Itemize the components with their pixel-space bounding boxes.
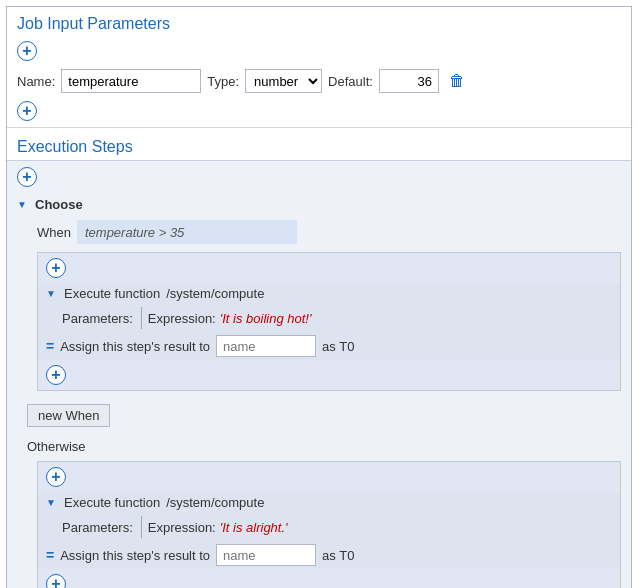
main-container: Job Input Parameters + Name: Type: numbe… <box>6 6 632 588</box>
delete-param-button[interactable]: 🗑 <box>449 72 465 90</box>
new-when-container: new When <box>7 395 631 436</box>
params-row-1: Parameters: Expression: 'It is boiling h… <box>38 304 620 332</box>
name-input[interactable] <box>61 69 201 93</box>
add-param-row-bottom: + <box>7 97 631 125</box>
execute-function-label-1: Execute function <box>64 286 160 301</box>
when-add-step-button[interactable]: + <box>46 258 66 278</box>
name-label: Name: <box>17 74 55 89</box>
choose-block: ▼ Choose When + ▼ Execute functi <box>7 193 631 588</box>
execution-steps-section: Execution Steps + ▼ Choose When <box>7 130 631 588</box>
exec-add-row: + <box>7 161 631 193</box>
add-param-button-bottom[interactable]: + <box>17 101 37 121</box>
when-label: When <box>37 225 71 240</box>
params-separator-2 <box>141 516 142 538</box>
execute-function-row-1: ▼ Execute function /system/compute <box>38 283 620 304</box>
execution-steps-title: Execution Steps <box>7 130 631 160</box>
expr-label-2: Expression: <box>148 520 216 535</box>
expr-value-1: 'It is boiling hot!' <box>220 311 312 326</box>
equals-icon-1: = <box>46 338 54 354</box>
assign-input-1[interactable] <box>216 335 316 357</box>
params-label-1: Parameters: <box>62 311 133 326</box>
default-input[interactable] <box>379 69 439 93</box>
add-param-button-top[interactable]: + <box>17 41 37 61</box>
otherwise-section: Otherwise + ▼ Execute function /system/c… <box>7 436 631 588</box>
as-label-1: as T0 <box>322 339 354 354</box>
when-inner-add-row-2: + <box>38 360 620 390</box>
assign-label-2: Assign this step's result to <box>60 548 210 563</box>
execute-function-row-2: ▼ Execute function /system/compute <box>38 492 620 513</box>
when-expression-input[interactable] <box>77 220 297 244</box>
expr-value-2: 'It is alright.' <box>220 520 288 535</box>
as-label-2: as T0 <box>322 548 354 563</box>
add-step-button[interactable]: + <box>17 167 37 187</box>
execute-function-value-1: /system/compute <box>166 286 264 301</box>
otherwise-label: Otherwise <box>7 436 631 457</box>
assign-row-1: = Assign this step's result to as T0 <box>38 332 620 360</box>
otherwise-inner-add-row-2: + <box>38 569 620 588</box>
execute-function-value-2: /system/compute <box>166 495 264 510</box>
execute-collapse-icon-1[interactable]: ▼ <box>46 288 58 300</box>
when-inner-block: + ▼ Execute function /system/compute Par… <box>37 252 621 391</box>
default-label: Default: <box>328 74 373 89</box>
new-when-button[interactable]: new When <box>27 404 110 427</box>
when-inner-add-row: + <box>38 253 620 283</box>
when-add-step-button-2[interactable]: + <box>46 365 66 385</box>
job-input-params-title: Job Input Parameters <box>7 7 631 37</box>
otherwise-inner-block: + ▼ Execute function /system/compute Par… <box>37 461 621 588</box>
param-definition-row: Name: Type: number string boolean Defaul… <box>7 65 631 97</box>
otherwise-add-step-button-2[interactable]: + <box>46 574 66 588</box>
add-param-row-top: + <box>7 37 631 65</box>
type-label: Type: <box>207 74 239 89</box>
execute-collapse-icon-2[interactable]: ▼ <box>46 497 58 509</box>
expr-label-1: Expression: <box>148 311 216 326</box>
otherwise-inner-add-row: + <box>38 462 620 492</box>
execute-function-label-2: Execute function <box>64 495 160 510</box>
assign-input-2[interactable] <box>216 544 316 566</box>
assign-label-1: Assign this step's result to <box>60 339 210 354</box>
equals-icon-2: = <box>46 547 54 563</box>
choose-collapse-icon[interactable]: ▼ <box>17 199 29 211</box>
type-select[interactable]: number string boolean <box>245 69 322 93</box>
params-separator-1 <box>141 307 142 329</box>
choose-label: Choose <box>35 197 83 212</box>
when-row: When <box>7 216 631 248</box>
choose-header: ▼ Choose <box>7 193 631 216</box>
divider <box>7 127 631 128</box>
params-row-2: Parameters: Expression: 'It is alright.' <box>38 513 620 541</box>
params-label-2: Parameters: <box>62 520 133 535</box>
otherwise-add-step-button[interactable]: + <box>46 467 66 487</box>
execution-steps-body: + ▼ Choose When + <box>7 160 631 588</box>
assign-row-2: = Assign this step's result to as T0 <box>38 541 620 569</box>
job-input-params-section: Job Input Parameters + Name: Type: numbe… <box>7 7 631 125</box>
